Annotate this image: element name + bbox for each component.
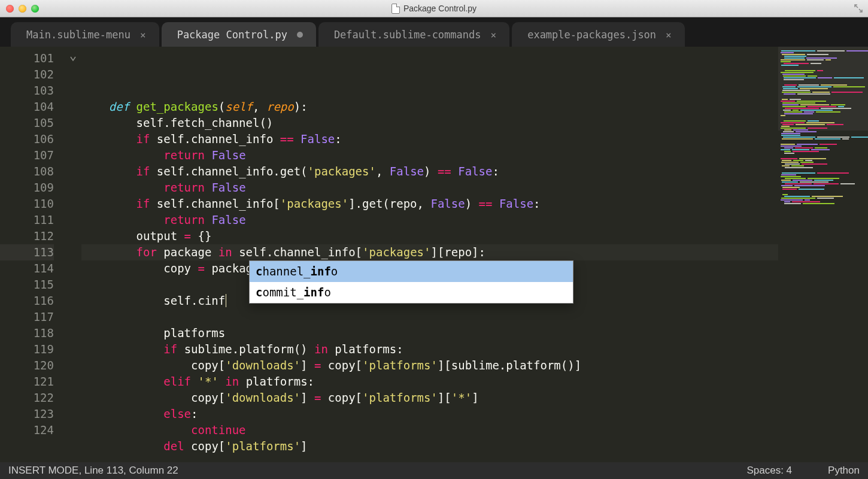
code-line[interactable]: def get_packages(self, repo): bbox=[81, 99, 778, 115]
code-line[interactable]: else: bbox=[81, 406, 778, 422]
zoom-window-button[interactable] bbox=[31, 5, 39, 13]
code-line[interactable]: return False bbox=[81, 180, 778, 196]
code-line[interactable]: if self.channel_info == False: bbox=[81, 131, 778, 147]
fold-marker[interactable] bbox=[65, 163, 81, 180]
fold-marker[interactable] bbox=[65, 260, 81, 277]
fold-marker[interactable] bbox=[65, 244, 81, 260]
minimap-line bbox=[793, 129, 808, 131]
code-line[interactable]: if self.channel_info['packages'].get(rep… bbox=[81, 196, 778, 212]
fold-marker[interactable] bbox=[65, 293, 81, 309]
minimap-line bbox=[802, 163, 827, 165]
code-line[interactable] bbox=[81, 309, 778, 325]
minimap[interactable] bbox=[778, 47, 868, 462]
minimap-line bbox=[838, 106, 844, 107]
close-icon[interactable]: × bbox=[666, 29, 672, 41]
line-number: 113 bbox=[0, 244, 54, 260]
minimap-line bbox=[800, 162, 814, 163]
minimap-line bbox=[816, 111, 840, 113]
tab-example-packages-json[interactable]: example-packages.json× bbox=[512, 22, 685, 47]
tab-dirty-indicator bbox=[297, 32, 303, 38]
fold-marker[interactable] bbox=[65, 374, 81, 390]
code-line[interactable] bbox=[81, 454, 778, 462]
code-line[interactable]: copy['downloads'] = copy['platforms']['*… bbox=[81, 390, 778, 406]
close-icon[interactable]: × bbox=[491, 29, 497, 41]
minimap-line bbox=[781, 135, 800, 136]
fold-marker[interactable] bbox=[65, 277, 81, 293]
minimap-line bbox=[797, 101, 826, 102]
code-line[interactable]: del copy['platforms'] bbox=[81, 438, 778, 454]
close-icon[interactable]: × bbox=[140, 29, 146, 41]
fold-marker[interactable] bbox=[65, 325, 81, 341]
minimap-line bbox=[814, 183, 839, 184]
minimize-window-button[interactable] bbox=[19, 5, 26, 13]
fold-marker[interactable] bbox=[65, 99, 81, 115]
code-line[interactable]: continue bbox=[81, 422, 778, 438]
code-line[interactable]: platforms bbox=[81, 325, 778, 341]
autocomplete-item[interactable]: channel_info bbox=[250, 261, 573, 282]
minimap-line bbox=[784, 63, 809, 64]
fold-marker[interactable] bbox=[65, 228, 81, 244]
minimap-line bbox=[790, 99, 801, 100]
fullscreen-icon[interactable] bbox=[854, 4, 863, 13]
window-title-text: Package Control.py bbox=[403, 4, 477, 13]
code-line[interactable]: output = {} bbox=[81, 228, 778, 244]
fold-marker[interactable] bbox=[65, 390, 81, 406]
fold-marker[interactable] bbox=[65, 357, 81, 374]
status-left: INSERT MODE, Line 113, Column 22 bbox=[8, 465, 178, 477]
code-line[interactable]: if self.channel_info.get('packages', Fal… bbox=[81, 163, 778, 180]
minimap-line bbox=[781, 72, 814, 73]
minimap-line bbox=[785, 108, 819, 109]
line-number: 102 bbox=[0, 66, 54, 83]
minimap-line bbox=[782, 86, 796, 87]
fold-marker[interactable] bbox=[65, 406, 81, 422]
code-line[interactable]: copy['downloads'] = copy['platforms'][su… bbox=[81, 357, 778, 374]
minimap-line bbox=[785, 183, 812, 184]
fold-marker[interactable] bbox=[65, 196, 81, 212]
code-line[interactable]: elif '*' in platforms: bbox=[81, 374, 778, 390]
minimap-line bbox=[781, 128, 806, 129]
fold-marker[interactable] bbox=[65, 309, 81, 325]
minimap-line bbox=[793, 110, 799, 111]
fold-marker[interactable] bbox=[65, 50, 81, 66]
fold-marker[interactable] bbox=[65, 147, 81, 163]
fold-marker[interactable] bbox=[65, 422, 81, 438]
autocomplete-item[interactable]: commit_info bbox=[250, 282, 573, 303]
fold-marker[interactable] bbox=[65, 131, 81, 147]
close-window-button[interactable] bbox=[6, 5, 14, 13]
minimap-line bbox=[781, 144, 795, 145]
code-line[interactable]: self.fetch_channel() bbox=[81, 115, 778, 131]
code-line[interactable]: return False bbox=[81, 147, 778, 163]
code-editor[interactable]: def get_packages(self, repo): self.fetch… bbox=[81, 47, 778, 462]
minimap-line bbox=[782, 181, 798, 183]
minimap-line bbox=[834, 77, 864, 78]
fold-marker[interactable] bbox=[65, 212, 81, 228]
tab-default-sublime-commands[interactable]: Default.sublime-commands× bbox=[318, 22, 509, 47]
minimap-line bbox=[805, 199, 810, 201]
minimap-line bbox=[783, 137, 815, 138]
minimap-line bbox=[820, 144, 837, 145]
minimap-line bbox=[807, 59, 824, 60]
status-syntax[interactable]: Python bbox=[828, 465, 860, 477]
line-number: 101 bbox=[0, 50, 54, 66]
fold-marker[interactable] bbox=[65, 66, 81, 83]
line-number: 108 bbox=[0, 163, 54, 180]
code-line[interactable]: if sublime.platform() in platforms: bbox=[81, 341, 778, 357]
tab-package-control-py[interactable]: Package Control.py bbox=[162, 22, 316, 47]
status-indent[interactable]: Spaces: 4 bbox=[746, 465, 792, 477]
minimap-line bbox=[805, 160, 812, 161]
line-number: 104 bbox=[0, 99, 54, 115]
fold-marker[interactable] bbox=[65, 115, 81, 131]
line-number: 112 bbox=[0, 228, 54, 244]
fold-marker[interactable] bbox=[65, 180, 81, 196]
minimap-line bbox=[804, 111, 814, 113]
fold-marker[interactable] bbox=[65, 83, 81, 99]
tab-main-sublime-menu[interactable]: Main.sublime-menu× bbox=[11, 22, 159, 47]
minimap-line bbox=[800, 181, 828, 183]
minimap-line bbox=[817, 198, 834, 199]
code-line[interactable]: return False bbox=[81, 212, 778, 228]
minimap-line bbox=[827, 124, 843, 125]
fold-marker[interactable] bbox=[65, 341, 81, 357]
autocomplete-popup[interactable]: channel_infocommit_info bbox=[249, 260, 573, 304]
minimap-line bbox=[808, 178, 839, 179]
minimap-line bbox=[781, 199, 803, 201]
